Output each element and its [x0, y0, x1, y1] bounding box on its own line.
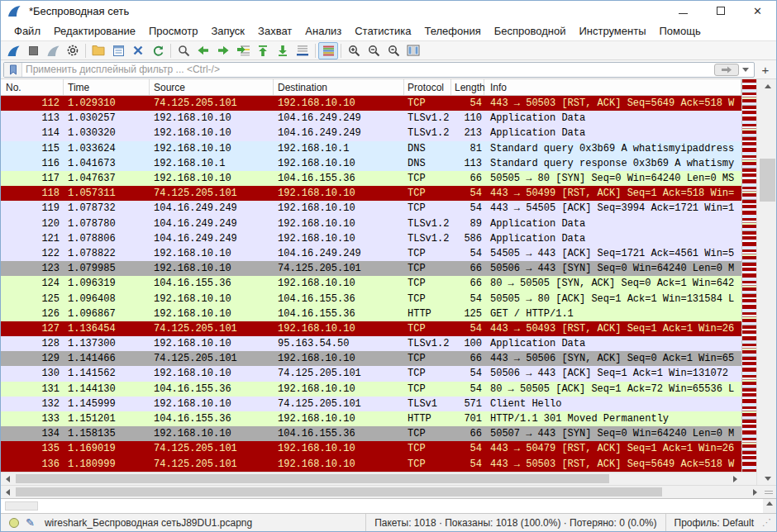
packet-row[interactable]: 1151.033624192.168.10.10192.168.10.1DNS8…: [1, 141, 741, 156]
column-header-info[interactable]: Info: [484, 79, 741, 95]
go-back-button[interactable]: [193, 42, 213, 59]
apply-filter-button[interactable]: [714, 64, 739, 76]
go-forward-button[interactable]: [213, 42, 233, 59]
save-file-button[interactable]: [108, 42, 128, 59]
menu-item-help[interactable]: Помощь: [653, 22, 708, 40]
resize-columns-button[interactable]: [403, 42, 423, 59]
hscroll-thumb[interactable]: [16, 474, 609, 483]
menu-item-analyze[interactable]: Анализ: [298, 22, 348, 40]
display-filter-input[interactable]: [22, 64, 714, 75]
details-hscrollbar[interactable]: [1, 485, 761, 498]
go-first-button[interactable]: [253, 42, 273, 59]
packet-row[interactable]: 1181.05731174.125.205.101192.168.10.10TC…: [1, 186, 741, 201]
column-header-dst[interactable]: Destination: [274, 79, 404, 95]
go-to-packet-button[interactable]: [233, 42, 253, 59]
packet-row[interactable]: 1271.13645474.125.205.101192.168.10.10TC…: [1, 321, 741, 336]
zoom-out-button[interactable]: [364, 42, 384, 59]
scroll-right-button[interactable]: [748, 486, 761, 498]
packet-cell-time: 1.030320: [64, 127, 150, 139]
packet-row[interactable]: 1231.079985192.168.10.1074.125.205.101TC…: [1, 261, 741, 276]
hscroll-track[interactable]: [14, 473, 728, 485]
menu-item-edit[interactable]: Редактирование: [47, 22, 142, 40]
packet-row[interactable]: 1301.141562192.168.10.1074.125.205.101TC…: [1, 366, 741, 381]
capture-options-button[interactable]: [63, 42, 83, 59]
expert-info-icon[interactable]: [9, 518, 19, 528]
packet-row[interactable]: 1141.030320192.168.10.10104.16.249.249TL…: [1, 126, 741, 140]
packet-row[interactable]: 1201.078780104.16.249.249192.168.10.10TL…: [1, 216, 741, 231]
details-vscrollbar[interactable]: [763, 499, 776, 513]
menu-item-wireless[interactable]: Беспроводной: [488, 22, 573, 40]
menu-item-view[interactable]: Просмотр: [142, 22, 204, 40]
filter-dropdown-caret[interactable]: [742, 68, 749, 72]
packet-row[interactable]: 1211.078806104.16.249.249192.168.10.10TL…: [1, 231, 741, 246]
scroll-left-button[interactable]: [1, 486, 14, 498]
packet-row[interactable]: 1321.145999192.168.10.1074.125.205.101TL…: [1, 397, 741, 411]
vscroll-track[interactable]: [757, 93, 777, 472]
packet-row[interactable]: 1331.151201104.16.155.36192.168.10.10HTT…: [1, 411, 741, 426]
minimize-button[interactable]: [665, 1, 702, 21]
maximize-button[interactable]: [702, 1, 739, 21]
packet-cell-time: 1.041673: [64, 158, 150, 169]
hscroll-track[interactable]: [14, 486, 748, 498]
column-header-src[interactable]: Source: [150, 79, 274, 95]
menu-item-telephony[interactable]: Телефония: [417, 22, 487, 40]
packet-row[interactable]: 1191.078732104.16.249.249192.168.10.10TC…: [1, 201, 741, 216]
zoom-in-button[interactable]: [344, 42, 364, 59]
packet-list-vscrollbar[interactable]: [756, 79, 777, 485]
colorize-button[interactable]: [318, 42, 338, 59]
scroll-right-button[interactable]: [728, 473, 741, 485]
menu-item-tools[interactable]: Инструменты: [572, 22, 652, 40]
auto-scroll-button[interactable]: [293, 42, 312, 59]
packet-cell-len: 125: [451, 308, 484, 320]
menu-item-go[interactable]: Запуск: [204, 22, 251, 40]
packet-row[interactable]: 1241.096319104.16.155.36192.168.10.10TCP…: [1, 276, 741, 291]
packet-cell-src: 192.168.10.10: [150, 368, 274, 379]
hscroll-thumb[interactable]: [16, 487, 662, 496]
menu-item-statistics[interactable]: Статистика: [348, 22, 417, 40]
go-last-button[interactable]: [273, 42, 293, 59]
start-capture-button[interactable]: [3, 42, 23, 59]
close-button[interactable]: ✕: [739, 1, 776, 21]
packet-row[interactable]: 1341.158135192.168.10.10104.16.155.36TCP…: [1, 426, 741, 441]
vscroll-thumb[interactable]: [760, 159, 775, 202]
packet-row[interactable]: 1291.14146674.125.205.101192.168.10.10TC…: [1, 351, 741, 366]
packet-row[interactable]: 1251.096408192.168.10.10104.16.155.36TCP…: [1, 291, 741, 306]
close-file-button[interactable]: [128, 42, 148, 59]
packet-row[interactable]: 1171.047637192.168.10.10104.16.155.36TCP…: [1, 171, 741, 186]
packet-row[interactable]: 1161.041673192.168.10.1192.168.10.10DNS1…: [1, 156, 741, 171]
packet-row[interactable]: 1121.02931074.125.205.101192.168.10.10TC…: [1, 96, 741, 111]
menu-bar: ФайлРедактированиеПросмотрЗапускЗахватАн…: [1, 21, 776, 40]
pane-splitter-handle[interactable]: [761, 485, 776, 498]
scroll-left-button[interactable]: [1, 473, 14, 485]
intelligent-scrollbar-minimap[interactable]: [741, 79, 756, 472]
packet-row[interactable]: 1261.096867192.168.10.10104.16.155.36HTT…: [1, 306, 741, 321]
packet-row[interactable]: 1221.078822192.168.10.10104.16.249.249TC…: [1, 246, 741, 261]
reload-file-button[interactable]: [148, 42, 168, 59]
packet-row[interactable]: 1281.137300192.168.10.1095.163.54.50TLSv…: [1, 336, 741, 351]
column-header-len[interactable]: Length: [451, 79, 484, 95]
menu-item-capture[interactable]: Захват: [251, 22, 298, 40]
stop-capture-button[interactable]: [23, 42, 43, 59]
column-header-proto[interactable]: Protocol: [404, 79, 451, 95]
zoom-reset-button[interactable]: [384, 42, 403, 59]
packet-row[interactable]: 1131.030257192.168.10.10104.16.249.249TL…: [1, 111, 741, 126]
column-header-no[interactable]: No.: [1, 79, 64, 95]
packet-cell-len: 586: [451, 233, 484, 245]
restart-capture-button[interactable]: [43, 42, 63, 59]
packet-row[interactable]: 1351.16901974.125.205.101192.168.10.10TC…: [1, 441, 741, 456]
open-file-button[interactable]: [88, 42, 108, 59]
column-header-time[interactable]: Time: [64, 79, 150, 95]
packet-row[interactable]: 1361.18099974.125.205.101192.168.10.10TC…: [1, 457, 741, 472]
capture-comment-icon[interactable]: ✎: [26, 516, 35, 529]
menu-item-file[interactable]: Файл: [7, 22, 47, 40]
packet-cell-proto: TCP: [404, 293, 451, 305]
scroll-up-button[interactable]: [757, 79, 777, 93]
filter-bookmark-button[interactable]: [4, 63, 22, 77]
scroll-down-button[interactable]: [757, 472, 777, 485]
find-packet-button[interactable]: [174, 42, 193, 59]
packet-list-hscrollbar[interactable]: [1, 472, 741, 485]
packet-list: No.TimeSourceDestinationProtocolLengthIn…: [1, 79, 776, 485]
add-filter-button[interactable]: +: [758, 62, 773, 78]
profile-label[interactable]: Профиль: Default: [665, 514, 763, 531]
packet-row[interactable]: 1311.144130104.16.155.36192.168.10.10TCP…: [1, 382, 741, 397]
